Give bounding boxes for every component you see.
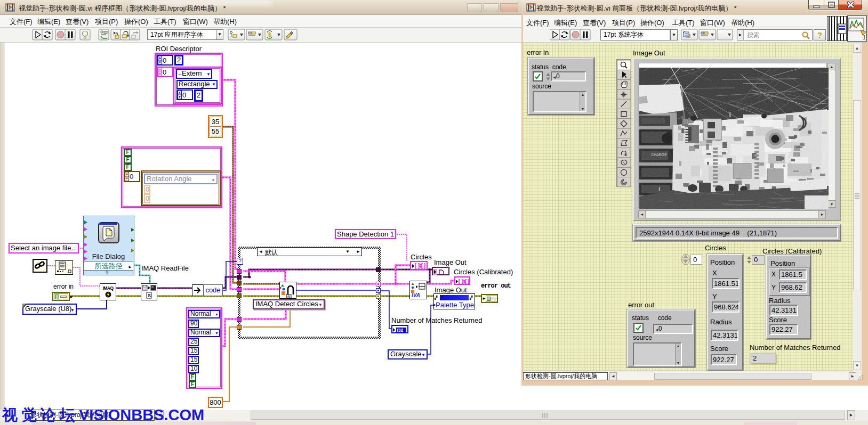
- svg-text:I32: I32: [397, 328, 404, 333]
- svg-text:1: 1: [863, 35, 866, 40]
- svg-text:S: S: [287, 295, 291, 299]
- svg-text:$: $: [268, 32, 271, 38]
- svg-text:IVA: IVA: [412, 292, 420, 298]
- svg-text:S: S: [148, 293, 151, 298]
